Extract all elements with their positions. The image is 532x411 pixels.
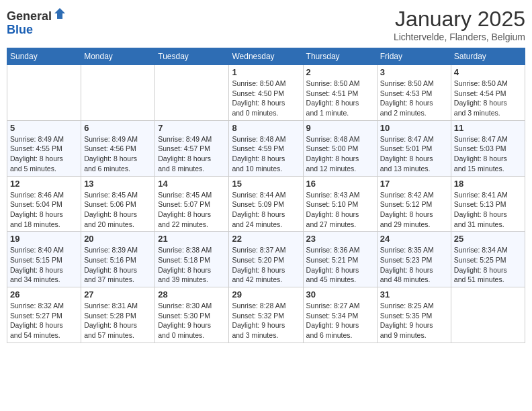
day-number: 16 — [306, 179, 374, 189]
day-number: 28 — [158, 289, 226, 300]
calendar-day-cell: 20Sunrise: 8:39 AM Sunset: 5:16 PM Dayli… — [81, 232, 155, 287]
day-number: 31 — [380, 289, 448, 300]
calendar-day-cell — [81, 65, 155, 121]
calendar-day-cell — [155, 65, 229, 121]
calendar-day-cell: 6Sunrise: 8:49 AM Sunset: 4:56 PM Daylig… — [81, 120, 155, 176]
calendar-week-row: 5Sunrise: 8:49 AM Sunset: 4:55 PM Daylig… — [7, 120, 525, 176]
day-number: 29 — [232, 289, 300, 300]
day-info: Sunrise: 8:46 AM Sunset: 5:04 PM Dayligh… — [10, 190, 78, 230]
day-number: 2 — [306, 67, 374, 77]
day-number: 8 — [232, 123, 300, 133]
calendar-day-cell: 28Sunrise: 8:30 AM Sunset: 5:30 PM Dayli… — [155, 287, 229, 343]
day-info: Sunrise: 8:28 AM Sunset: 5:32 PM Dayligh… — [232, 301, 300, 340]
calendar-day-cell: 3Sunrise: 8:50 AM Sunset: 4:53 PM Daylig… — [377, 65, 451, 121]
day-number: 7 — [158, 123, 226, 133]
calendar-day-cell: 22Sunrise: 8:37 AM Sunset: 5:20 PM Dayli… — [229, 232, 303, 287]
day-info: Sunrise: 8:32 AM Sunset: 5:27 PM Dayligh… — [10, 301, 78, 340]
calendar-week-row: 26Sunrise: 8:32 AM Sunset: 5:27 PM Dayli… — [7, 287, 525, 343]
day-info: Sunrise: 8:30 AM Sunset: 5:30 PM Dayligh… — [158, 301, 226, 340]
day-of-week-header: Wednesday — [229, 48, 303, 65]
title-block: January 2025 Lichtervelde, Flanders, Bel… — [394, 7, 525, 42]
day-number: 30 — [306, 289, 374, 300]
calendar-week-row: 12Sunrise: 8:46 AM Sunset: 5:04 PM Dayli… — [7, 176, 525, 232]
calendar-day-cell — [7, 65, 81, 121]
day-number: 6 — [84, 123, 152, 133]
calendar-table: SundayMondayTuesdayWednesdayThursdayFrid… — [7, 48, 525, 343]
day-number: 5 — [10, 123, 78, 133]
day-number: 22 — [232, 234, 300, 244]
day-info: Sunrise: 8:50 AM Sunset: 4:54 PM Dayligh… — [454, 79, 522, 118]
svg-marker-0 — [54, 8, 65, 19]
calendar-day-cell: 18Sunrise: 8:41 AM Sunset: 5:13 PM Dayli… — [451, 176, 525, 232]
day-info: Sunrise: 8:49 AM Sunset: 4:55 PM Dayligh… — [10, 134, 78, 174]
day-of-week-header: Tuesday — [155, 48, 229, 65]
calendar-day-cell: 12Sunrise: 8:46 AM Sunset: 5:04 PM Dayli… — [7, 176, 81, 232]
day-info: Sunrise: 8:48 AM Sunset: 5:00 PM Dayligh… — [306, 134, 374, 174]
day-number: 21 — [158, 234, 226, 244]
calendar-day-cell: 30Sunrise: 8:27 AM Sunset: 5:34 PM Dayli… — [303, 287, 377, 343]
calendar-day-cell: 31Sunrise: 8:25 AM Sunset: 5:35 PM Dayli… — [377, 287, 451, 343]
day-info: Sunrise: 8:25 AM Sunset: 5:35 PM Dayligh… — [380, 301, 448, 340]
day-info: Sunrise: 8:42 AM Sunset: 5:12 PM Dayligh… — [380, 190, 448, 230]
day-info: Sunrise: 8:34 AM Sunset: 5:25 PM Dayligh… — [454, 245, 522, 285]
calendar-day-cell: 15Sunrise: 8:44 AM Sunset: 5:09 PM Dayli… — [229, 176, 303, 232]
day-info: Sunrise: 8:47 AM Sunset: 5:03 PM Dayligh… — [454, 134, 522, 174]
day-number: 12 — [10, 179, 78, 189]
day-number: 11 — [454, 123, 522, 133]
month-title: January 2025 — [394, 7, 525, 32]
calendar-day-cell: 24Sunrise: 8:35 AM Sunset: 5:23 PM Dayli… — [377, 232, 451, 287]
calendar-week-row: 19Sunrise: 8:40 AM Sunset: 5:15 PM Dayli… — [7, 232, 525, 287]
calendar-day-cell: 29Sunrise: 8:28 AM Sunset: 5:32 PM Dayli… — [229, 287, 303, 343]
location-text: Lichtervelde, Flanders, Belgium — [394, 32, 525, 42]
day-info: Sunrise: 8:45 AM Sunset: 5:07 PM Dayligh… — [158, 190, 226, 230]
day-number: 14 — [158, 179, 226, 189]
calendar-day-cell: 2Sunrise: 8:50 AM Sunset: 4:51 PM Daylig… — [303, 65, 377, 121]
day-number: 17 — [380, 179, 448, 189]
day-of-week-header: Thursday — [303, 48, 377, 65]
calendar-header-row: SundayMondayTuesdayWednesdayThursdayFrid… — [7, 48, 525, 65]
day-number: 20 — [84, 234, 152, 244]
logo-blue-text: Blue — [7, 23, 33, 36]
day-number: 4 — [454, 67, 522, 77]
day-number: 27 — [84, 289, 152, 300]
logo-general-text: General — [7, 9, 52, 23]
day-info: Sunrise: 8:31 AM Sunset: 5:28 PM Dayligh… — [84, 301, 152, 340]
calendar-day-cell: 11Sunrise: 8:47 AM Sunset: 5:03 PM Dayli… — [451, 120, 525, 176]
calendar-day-cell: 1Sunrise: 8:50 AM Sunset: 4:50 PM Daylig… — [229, 65, 303, 121]
day-info: Sunrise: 8:40 AM Sunset: 5:15 PM Dayligh… — [10, 245, 78, 285]
day-number: 25 — [454, 234, 522, 244]
day-info: Sunrise: 8:43 AM Sunset: 5:10 PM Dayligh… — [306, 190, 374, 230]
calendar-day-cell: 16Sunrise: 8:43 AM Sunset: 5:10 PM Dayli… — [303, 176, 377, 232]
day-info: Sunrise: 8:44 AM Sunset: 5:09 PM Dayligh… — [232, 190, 300, 230]
calendar-day-cell: 26Sunrise: 8:32 AM Sunset: 5:27 PM Dayli… — [7, 287, 81, 343]
day-number: 15 — [232, 179, 300, 189]
day-info: Sunrise: 8:49 AM Sunset: 4:56 PM Dayligh… — [84, 134, 152, 174]
calendar-day-cell: 17Sunrise: 8:42 AM Sunset: 5:12 PM Dayli… — [377, 176, 451, 232]
day-info: Sunrise: 8:47 AM Sunset: 5:01 PM Dayligh… — [380, 134, 448, 174]
calendar-day-cell: 19Sunrise: 8:40 AM Sunset: 5:15 PM Dayli… — [7, 232, 81, 287]
logo: General Blue — [7, 7, 66, 37]
calendar-day-cell: 13Sunrise: 8:45 AM Sunset: 5:06 PM Dayli… — [81, 176, 155, 232]
day-info: Sunrise: 8:50 AM Sunset: 4:53 PM Dayligh… — [380, 79, 448, 118]
calendar-day-cell: 14Sunrise: 8:45 AM Sunset: 5:07 PM Dayli… — [155, 176, 229, 232]
calendar-day-cell: 4Sunrise: 8:50 AM Sunset: 4:54 PM Daylig… — [451, 65, 525, 121]
day-number: 1 — [232, 67, 300, 77]
day-info: Sunrise: 8:37 AM Sunset: 5:20 PM Dayligh… — [232, 245, 300, 285]
day-info: Sunrise: 8:39 AM Sunset: 5:16 PM Dayligh… — [84, 245, 152, 285]
day-info: Sunrise: 8:49 AM Sunset: 4:57 PM Dayligh… — [158, 134, 226, 174]
day-info: Sunrise: 8:48 AM Sunset: 4:59 PM Dayligh… — [232, 134, 300, 174]
day-info: Sunrise: 8:36 AM Sunset: 5:21 PM Dayligh… — [306, 245, 374, 285]
day-info: Sunrise: 8:35 AM Sunset: 5:23 PM Dayligh… — [380, 245, 448, 285]
day-number: 24 — [380, 234, 448, 244]
day-number: 9 — [306, 123, 374, 133]
calendar-day-cell — [451, 287, 525, 343]
day-info: Sunrise: 8:38 AM Sunset: 5:18 PM Dayligh… — [158, 245, 226, 285]
day-number: 18 — [454, 179, 522, 189]
day-number: 3 — [380, 67, 448, 77]
calendar-day-cell: 9Sunrise: 8:48 AM Sunset: 5:00 PM Daylig… — [303, 120, 377, 176]
day-number: 10 — [380, 123, 448, 133]
day-number: 23 — [306, 234, 374, 244]
calendar-day-cell: 8Sunrise: 8:48 AM Sunset: 4:59 PM Daylig… — [229, 120, 303, 176]
day-of-week-header: Saturday — [451, 48, 525, 65]
day-info: Sunrise: 8:45 AM Sunset: 5:06 PM Dayligh… — [84, 190, 152, 230]
